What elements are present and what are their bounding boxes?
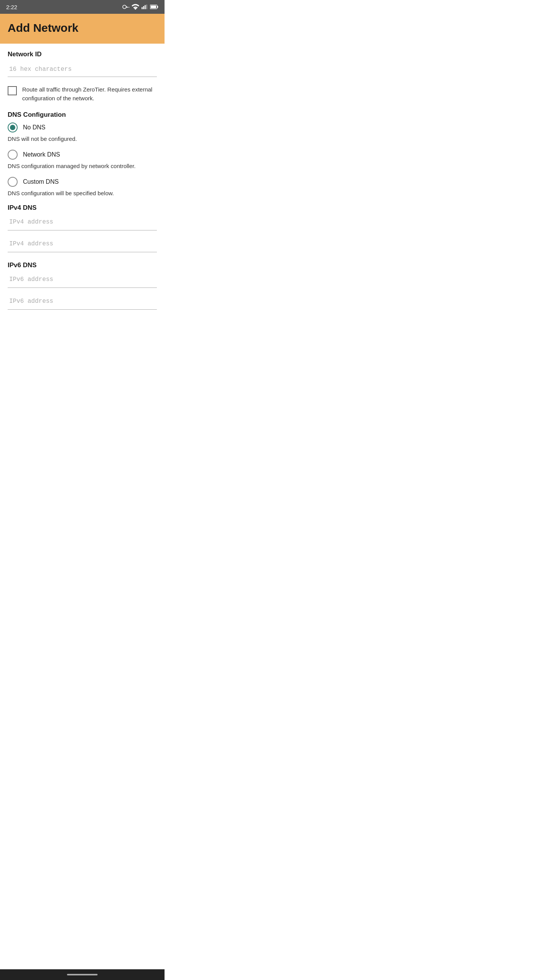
app-bar: Add Network: [0, 14, 165, 44]
svg-rect-3: [146, 5, 147, 9]
status-icons: [122, 4, 158, 10]
ipv6-address-input-2[interactable]: [8, 293, 157, 310]
no-dns-row[interactable]: No DNS: [8, 122, 157, 132]
network-dns-row[interactable]: Network DNS: [8, 150, 157, 160]
svg-rect-5: [157, 6, 158, 8]
network-dns-description: DNS configuration managed by network con…: [8, 162, 157, 170]
network-dns-radio[interactable]: [8, 150, 18, 160]
ipv4-address-input-1[interactable]: [8, 214, 157, 230]
ipv4-address-input-2[interactable]: [8, 236, 157, 252]
ipv6-dns-section: IPv6 DNS: [8, 261, 157, 315]
dns-configuration-section: DNS Configuration No DNS DNS will not be…: [8, 111, 157, 197]
svg-rect-0: [142, 7, 143, 9]
ipv6-address-input-1[interactable]: [8, 271, 157, 288]
network-id-input[interactable]: [8, 62, 157, 77]
custom-dns-radio[interactable]: [8, 177, 18, 187]
no-dns-radio[interactable]: [8, 122, 18, 132]
svg-rect-1: [143, 6, 144, 9]
no-dns-description: DNS will not be configured.: [8, 135, 157, 143]
route-all-traffic-row[interactable]: Route all traffic through ZeroTier. Requ…: [8, 85, 157, 103]
no-dns-label: No DNS: [23, 124, 46, 131]
network-dns-option[interactable]: Network DNS DNS configuration managed by…: [8, 150, 157, 170]
network-id-label: Network ID: [8, 51, 157, 58]
status-time: 2:22: [6, 4, 17, 10]
network-dns-label: Network DNS: [23, 151, 60, 158]
page-title: Add Network: [8, 21, 157, 34]
ipv6-dns-label: IPv6 DNS: [8, 261, 157, 269]
custom-dns-description: DNS configuration will be specified belo…: [8, 189, 157, 197]
route-all-traffic-checkbox[interactable]: [8, 86, 17, 95]
signal-icon: [142, 4, 148, 10]
wifi-icon: [132, 4, 139, 10]
no-dns-option[interactable]: No DNS DNS will not be configured.: [8, 122, 157, 143]
key-icon: [122, 4, 129, 10]
ipv4-dns-section: IPv4 DNS: [8, 204, 157, 258]
status-bar: 2:22: [0, 0, 165, 14]
custom-dns-row[interactable]: Custom DNS: [8, 177, 157, 187]
main-content: Network ID Route all traffic through Zer…: [0, 44, 165, 322]
ipv4-dns-label: IPv4 DNS: [8, 204, 157, 212]
svg-rect-2: [145, 5, 146, 9]
custom-dns-label: Custom DNS: [23, 178, 59, 185]
route-all-traffic-label: Route all traffic through ZeroTier. Requ…: [22, 85, 157, 103]
battery-icon: [150, 4, 158, 10]
svg-rect-6: [151, 6, 156, 8]
dns-config-label: DNS Configuration: [8, 111, 157, 119]
custom-dns-option[interactable]: Custom DNS DNS configuration will be spe…: [8, 177, 157, 197]
